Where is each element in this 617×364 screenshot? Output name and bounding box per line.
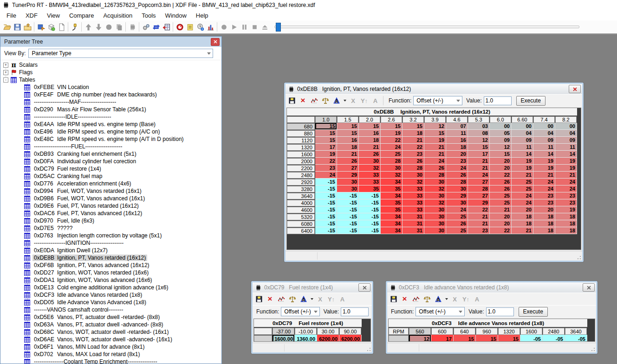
cell-1-8[interactable]: 05 [490, 130, 512, 137]
col-header-1.5[interactable]: 1.5 [337, 116, 358, 123]
col-header-1600[interactable]: 1600 [520, 328, 542, 335]
cell-10-11[interactable]: 23 [555, 192, 577, 199]
cell-1-7[interactable]: 08 [468, 130, 490, 137]
cell-11-2[interactable]: -15 [359, 199, 381, 206]
cell-1-9[interactable]: 04 [512, 130, 533, 137]
cell-4-9[interactable]: 14 [512, 151, 533, 158]
row-header-1600[interactable]: 1600 [287, 151, 315, 158]
execute-button[interactable]: Execute [519, 307, 548, 317]
cell-14-1[interactable]: -15 [337, 220, 359, 227]
playback-slider[interactable] [274, 26, 579, 28]
tree-item-0xD0FA[interactable]: 0xD0FAIndividual cylinder fuel corection [0, 158, 221, 165]
save-icon[interactable] [389, 295, 398, 304]
tree-item-0xE496[interactable]: 0xE496Idle RPM speed vs. engine temp (A/… [0, 128, 221, 135]
view-mode-a-icon[interactable]: A [434, 295, 442, 304]
cell-0-1[interactable]: 17 [431, 335, 454, 342]
graph-view-icon[interactable] [310, 96, 318, 105]
cell-0-5[interactable]: -05 [520, 335, 543, 342]
col-header-30.00[interactable]: 30.00 [317, 328, 339, 335]
cell-3-11[interactable]: 11 [555, 144, 577, 151]
cell-4-10[interactable]: 14 [533, 151, 555, 158]
cell-13-8[interactable]: 20 [490, 213, 512, 220]
cell-13-9[interactable]: 18 [512, 213, 533, 220]
cell-5-5[interactable]: 24 [424, 158, 446, 165]
close-bin-icon[interactable] [22, 22, 32, 32]
tree-item-0xD5E6[interactable]: 0xD5E6Vanos, PT, actuator dwell -retarde… [0, 313, 221, 321]
cell-0-4[interactable]: 15 [403, 123, 424, 130]
cell-12-5[interactable]: 30 [424, 206, 446, 213]
col-header-5.3[interactable]: 5.3 [468, 116, 489, 123]
cell-2-8[interactable]: 09 [490, 137, 512, 144]
dropdown-caret-icon[interactable] [445, 298, 448, 300]
cell-3-4[interactable]: 22 [403, 144, 424, 151]
cell-3-0[interactable]: 17 [315, 144, 337, 151]
new-document-icon[interactable] [56, 22, 66, 32]
cell-11-4[interactable]: 33 [403, 199, 424, 206]
cell-0-6[interactable]: -05 [543, 335, 565, 342]
tree-item-0xE0DA[interactable]: 0xE0DAIgnition Dwell (12x7) [0, 247, 221, 254]
cell-1-6[interactable]: 11 [446, 130, 468, 137]
cell-1-0[interactable]: 15 [315, 130, 337, 137]
cell-0-1[interactable]: 1360.00 [295, 335, 317, 342]
function-select[interactable]: Offset (+/-) [416, 307, 465, 316]
cell-3-2[interactable]: 21 [359, 144, 381, 151]
cell-10-6[interactable]: 29 [446, 192, 468, 199]
cell-9-3[interactable]: 35 [381, 185, 403, 192]
window-titlebar[interactable]: 0xDC79Fuel restore (1x4) [253, 282, 372, 293]
cell-8-10[interactable]: 24 [533, 179, 555, 185]
cell-6-1[interactable]: 27 [337, 165, 359, 172]
cell-5-1[interactable]: 26 [337, 158, 359, 165]
cell-0-2[interactable]: 15 [359, 123, 381, 130]
dropdown-caret-icon[interactable] [344, 100, 346, 102]
cell-12-10[interactable]: 20 [533, 206, 555, 213]
col-header-600[interactable]: 600 [431, 328, 453, 335]
expand-box-icon[interactable]: + [3, 63, 8, 68]
cell-2-1[interactable]: 16 [337, 137, 359, 144]
tree-item-0xD994[interactable]: 0xD994Fuel, WOT, Vanos retarded (16x1) [0, 187, 221, 195]
tree-item-0xD763[interactable]: 0xD763Injection length correction by vol… [0, 232, 221, 239]
view-mode-a-icon[interactable]: A [332, 96, 341, 105]
cell-5-0[interactable]: 22 [315, 158, 337, 165]
delete-x-icon[interactable]: × [400, 295, 409, 304]
cell-3-9[interactable]: 11 [512, 144, 533, 151]
cell-11-5[interactable]: 32 [424, 199, 446, 206]
cell-15-10[interactable]: 18 [533, 227, 555, 234]
tree-item-0xDE8B[interactable]: 0xDE8BIgnition, PT, Vanos retarded (16x1… [0, 254, 221, 262]
cell-12-4[interactable]: 33 [403, 206, 424, 213]
cell-12-0[interactable]: -15 [315, 206, 337, 213]
cell-2-7[interactable]: 12 [468, 137, 490, 144]
cell-5-11[interactable]: 19 [555, 158, 577, 165]
col-header-1320[interactable]: 1320 [498, 328, 520, 335]
cell-7-3[interactable]: 32 [381, 172, 403, 179]
cell-15-8[interactable]: 22 [490, 227, 512, 234]
cell-10-9[interactable]: 24 [512, 192, 533, 199]
tree-item-separator[interactable]: -----------------IGNITION---------------… [0, 239, 221, 247]
panel-close-button[interactable] [211, 38, 220, 46]
col-header-3640[interactable]: 3640 [565, 328, 587, 335]
cell-0-7[interactable]: -05 [565, 335, 587, 342]
cell-8-6[interactable]: 28 [446, 179, 468, 185]
cell-1-11[interactable]: 04 [555, 130, 577, 137]
cell-9-1[interactable]: 30 [337, 185, 359, 192]
cell-15-3[interactable]: 34 [381, 227, 403, 234]
col-header-2.0[interactable]: 2.0 [359, 116, 380, 123]
function-select[interactable]: Offset (+/-) [281, 307, 319, 316]
cell-7-7[interactable]: 24 [468, 172, 490, 179]
cell-6-6[interactable]: 24 [446, 165, 468, 172]
compare-scales-icon[interactable] [288, 295, 297, 304]
tree-item-0xDDA1[interactable]: 0xDDA1Ignition, WOT, Vanos advanced (16x… [0, 276, 221, 284]
col-header-90.00[interactable]: 90.00 [339, 328, 361, 335]
cell-3-3[interactable]: 24 [381, 144, 403, 151]
cell-14-11[interactable]: 18 [555, 220, 577, 227]
cell-7-8[interactable]: 22 [490, 172, 512, 179]
row-header-2000[interactable]: 2000 [287, 158, 315, 165]
cell-8-0[interactable]: -15 [315, 179, 337, 185]
cell-7-9[interactable]: 21 [512, 172, 533, 179]
cell-13-5[interactable]: 30 [424, 213, 446, 220]
cell-1-2[interactable]: 16 [359, 130, 381, 137]
tree-item-0xD68C[interactable]: 0xD68CVanos, WOT, actuator dwell -retard… [0, 328, 221, 336]
tree-item-separator[interactable]: -------------------MAF------------------… [0, 98, 221, 106]
cell-15-9[interactable]: 21 [512, 227, 533, 234]
cell-2-11[interactable]: 09 [555, 137, 577, 144]
notes-icon[interactable] [185, 22, 195, 32]
